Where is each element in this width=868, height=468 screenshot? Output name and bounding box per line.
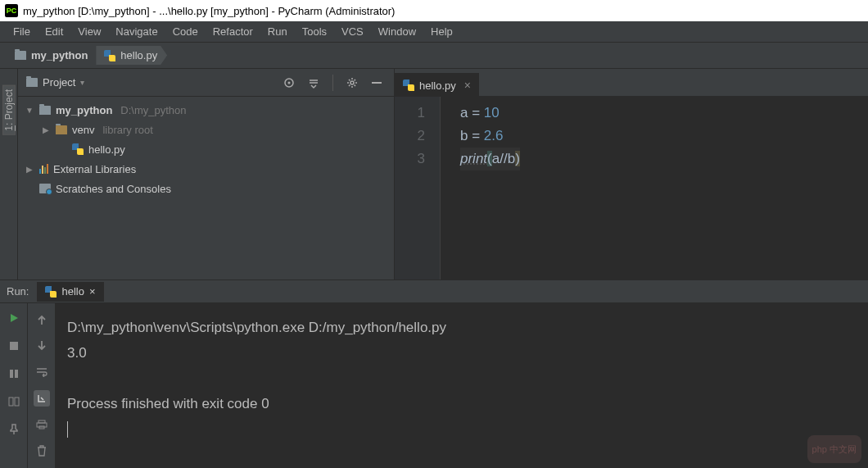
folder-icon bbox=[26, 78, 38, 87]
wrap-icon bbox=[36, 367, 47, 377]
line-gutter: 1 2 3 bbox=[395, 97, 441, 279]
python-file-icon bbox=[72, 143, 84, 155]
chevron-right-icon: ▶ bbox=[41, 125, 51, 134]
toolwindow-rail-left: 1: Project bbox=[0, 69, 18, 279]
collapse-icon bbox=[307, 76, 320, 89]
gear-icon bbox=[346, 76, 359, 89]
print-icon bbox=[36, 420, 47, 429]
stop-button[interactable] bbox=[6, 338, 22, 354]
menu-tools[interactable]: Tools bbox=[296, 24, 333, 39]
os-titlebar: PC my_python [D:\my_python] - ...\hello.… bbox=[0, 0, 868, 21]
svg-rect-4 bbox=[10, 342, 18, 350]
code-content[interactable]: a = 10 b = 2.6 print(a//b) bbox=[441, 97, 520, 279]
chevron-down-icon: ▾ bbox=[80, 78, 84, 87]
run-tab-hello[interactable]: hello × bbox=[37, 282, 103, 302]
rail-tab-project[interactable]: 1: Project bbox=[2, 85, 16, 135]
breadcrumb-bar: my_python hello.py bbox=[0, 43, 868, 69]
locate-file-button[interactable] bbox=[280, 74, 298, 92]
panel-hide-button[interactable] bbox=[368, 74, 386, 92]
tree-root[interactable]: ▼ my_python D:\my_python bbox=[18, 100, 394, 120]
project-toolwindow: Project ▾ ▼ my_python D:\my_p bbox=[18, 69, 395, 279]
layout-icon bbox=[8, 397, 20, 407]
menubar: File Edit View Navigate Code Refactor Ru… bbox=[0, 21, 868, 43]
tree-venv[interactable]: ▶ venv library root bbox=[18, 120, 394, 139]
project-panel-header: Project ▾ bbox=[18, 69, 394, 97]
editor-tab-hello[interactable]: hello.py × bbox=[395, 73, 479, 96]
layout-button[interactable] bbox=[6, 393, 22, 410]
folder-icon bbox=[15, 51, 26, 60]
run-header: Run: hello × bbox=[0, 280, 868, 303]
target-icon bbox=[283, 76, 296, 89]
up-stack-button[interactable] bbox=[34, 311, 50, 328]
breadcrumb-file[interactable]: hello.py bbox=[96, 46, 167, 65]
menu-vcs[interactable]: VCS bbox=[335, 24, 370, 39]
stop-icon bbox=[9, 341, 19, 351]
scratches-icon bbox=[39, 184, 51, 193]
folder-icon bbox=[39, 106, 51, 115]
tree-external-libraries[interactable]: ▶ External Libraries bbox=[18, 159, 394, 179]
menu-edit[interactable]: Edit bbox=[38, 24, 70, 39]
soft-wrap-button[interactable] bbox=[34, 364, 50, 380]
chevron-right-icon: ▶ bbox=[25, 165, 34, 174]
chevron-down-icon: ▼ bbox=[25, 106, 34, 115]
arrow-down-icon bbox=[37, 340, 47, 352]
rerun-button[interactable] bbox=[6, 310, 22, 326]
project-panel-title[interactable]: Project ▾ bbox=[26, 76, 84, 89]
scroll-end-icon bbox=[36, 393, 47, 404]
watermark: php 中文网 bbox=[807, 435, 861, 463]
python-file-icon bbox=[45, 286, 57, 298]
run-label: Run: bbox=[7, 285, 29, 298]
python-file-icon bbox=[104, 50, 115, 61]
menu-refactor[interactable]: Refactor bbox=[206, 24, 260, 39]
console-output[interactable]: D:\my_python\venv\Scripts\python.exe D:/… bbox=[56, 303, 868, 468]
menu-help[interactable]: Help bbox=[424, 24, 459, 39]
menu-window[interactable]: Window bbox=[372, 24, 423, 39]
svg-rect-8 bbox=[15, 398, 19, 406]
pause-button[interactable] bbox=[6, 366, 22, 382]
scroll-to-end-button[interactable] bbox=[34, 390, 50, 407]
svg-point-1 bbox=[288, 81, 291, 84]
pin-icon bbox=[9, 424, 19, 435]
divider bbox=[332, 75, 333, 91]
svg-point-2 bbox=[350, 81, 354, 84]
menu-file[interactable]: File bbox=[7, 24, 37, 39]
svg-rect-7 bbox=[9, 398, 13, 406]
tab-label: hello.py bbox=[419, 80, 456, 92]
svg-rect-5 bbox=[10, 370, 13, 378]
menu-view[interactable]: View bbox=[71, 24, 107, 39]
library-icon bbox=[39, 164, 48, 174]
svg-rect-3 bbox=[372, 82, 382, 84]
close-run-tab-button[interactable]: × bbox=[89, 285, 96, 298]
menu-navigate[interactable]: Navigate bbox=[109, 24, 164, 39]
trash-icon bbox=[37, 445, 47, 457]
menu-run[interactable]: Run bbox=[261, 24, 294, 39]
project-tree: ▼ my_python D:\my_python ▶ venv library … bbox=[18, 97, 394, 279]
python-file-icon bbox=[403, 80, 414, 91]
tree-file-hello[interactable]: hello.py bbox=[18, 139, 394, 159]
print-button[interactable] bbox=[34, 416, 50, 433]
text-cursor bbox=[67, 421, 68, 438]
minimize-icon bbox=[370, 78, 383, 88]
venv-folder-icon bbox=[56, 125, 67, 134]
arrow-up-icon bbox=[37, 314, 47, 325]
breadcrumb-project[interactable]: my_python bbox=[7, 46, 97, 65]
editor: hello.py × 1 2 3 a = 10 b = 2.6 print(a/… bbox=[395, 69, 868, 279]
tree-scratches[interactable]: Scratches and Consoles bbox=[18, 179, 394, 198]
editor-tabbar: hello.py × bbox=[395, 69, 868, 97]
run-toolwindow: Run: hello × bbox=[0, 279, 868, 468]
collapse-all-button[interactable] bbox=[305, 74, 323, 92]
run-actions-secondary bbox=[28, 303, 56, 468]
trash-button[interactable] bbox=[34, 443, 50, 459]
run-actions-primary bbox=[0, 303, 28, 468]
menu-code[interactable]: Code bbox=[166, 24, 205, 39]
close-tab-button[interactable]: × bbox=[464, 79, 471, 92]
play-icon bbox=[8, 312, 20, 324]
pause-icon bbox=[9, 369, 19, 379]
window-title: my_python [D:\my_python] - ...\hello.py … bbox=[23, 5, 395, 17]
panel-settings-button[interactable] bbox=[343, 74, 361, 92]
code-area[interactable]: 1 2 3 a = 10 b = 2.6 print(a//b) bbox=[395, 97, 868, 279]
down-stack-button[interactable] bbox=[34, 338, 50, 354]
pin-button[interactable] bbox=[6, 421, 22, 438]
pycharm-app-icon: PC bbox=[5, 4, 18, 17]
svg-rect-6 bbox=[15, 370, 18, 378]
